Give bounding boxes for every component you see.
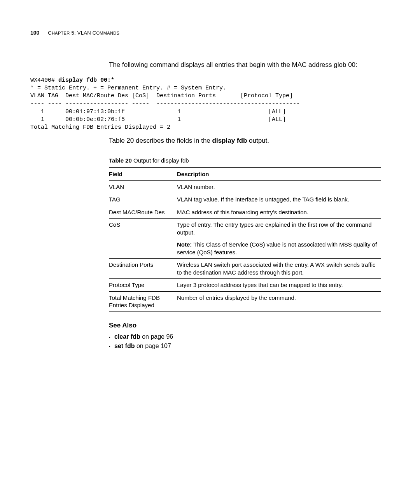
- cli-output: WX4400# display fdb 00:* * = Static Entr…: [30, 77, 390, 132]
- see-also-item: set fdb on page 107: [109, 343, 390, 350]
- table-row: Dest MAC/Route Des MAC address of this f…: [109, 206, 381, 219]
- see-also-section: See Also clear fdb on page 96 set fdb on…: [109, 322, 390, 350]
- page-number: 100: [30, 30, 39, 36]
- intro-paragraph: The following command displays all entri…: [109, 61, 389, 70]
- cli-lines: * = Static Entry. + = Permanent Entry. #…: [30, 85, 300, 131]
- table-row: Note: This Class of Service (CoS) value …: [109, 238, 381, 259]
- page: 100 CHAPTER 5: VLAN COMMANDS The followi…: [0, 0, 420, 368]
- table-row: CoS Type of entry. The entry types are e…: [109, 219, 381, 239]
- page-header: 100 CHAPTER 5: VLAN COMMANDS: [30, 30, 390, 36]
- post-code-paragraph: Table 20 describes the fields in the dis…: [109, 136, 389, 145]
- cli-command: display fdb 00:*: [58, 77, 114, 84]
- table-row: VLAN VLAN number.: [109, 180, 381, 193]
- output-table: Field Description VLAN VLAN number. TAG …: [109, 167, 381, 312]
- table-row: Protocol Type Layer 3 protocol address t…: [109, 279, 381, 292]
- table-caption: Table 20 Output for display fdb: [109, 157, 390, 164]
- table-row: Destination Ports Wireless LAN switch po…: [109, 259, 381, 279]
- note-label: Note:: [177, 241, 192, 248]
- see-also-item: clear fdb on page 96: [109, 333, 390, 340]
- table-row: Total Matching FDB Entries Displayed Num…: [109, 291, 381, 312]
- see-also-heading: See Also: [109, 322, 390, 329]
- chapter-title: CHAPTER 5: VLAN COMMANDS: [48, 30, 119, 36]
- col-header-field: Field: [109, 167, 177, 181]
- cli-prompt: WX4400#: [30, 77, 58, 84]
- col-header-description: Description: [177, 167, 381, 181]
- table-row: TAG VLAN tag value. If the interface is …: [109, 193, 381, 206]
